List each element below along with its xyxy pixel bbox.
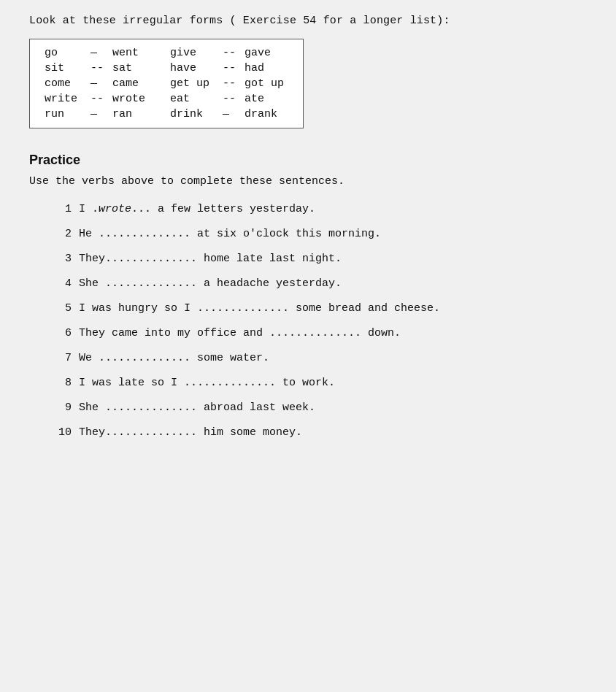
verb-base: come <box>42 76 85 91</box>
verb-past: sat <box>109 61 153 76</box>
exercise-number: 3 <box>51 253 72 265</box>
list-item: 9She .............. abroad last week. <box>51 399 587 417</box>
practice-instruction: Use the verbs above to complete these se… <box>29 175 587 188</box>
list-item: 7We .............. some water. <box>51 350 587 367</box>
verb-past2: got up <box>242 76 291 91</box>
exercise-text: She .............. abroad last week. <box>79 399 587 417</box>
exercise-number: 2 <box>51 228 72 240</box>
dash: — <box>85 76 109 91</box>
table-row: write -- wrote eat -- ate <box>42 91 291 107</box>
exercise-text: I was hungry so I .............. some br… <box>79 300 587 318</box>
exercise-number: 4 <box>51 277 72 290</box>
dash: — <box>85 45 109 61</box>
verb-base: sit <box>42 61 85 76</box>
verb-past: went <box>109 45 153 61</box>
verb-base2: eat <box>153 91 217 107</box>
verb-base: run <box>42 107 85 122</box>
exercise-number: 8 <box>51 377 72 389</box>
exercise-number: 1 <box>51 203 72 215</box>
verb-base: go <box>42 45 85 61</box>
dash2: -- <box>217 61 242 76</box>
exercise-text: They came into my office and ...........… <box>79 325 587 342</box>
exercise-number: 6 <box>51 327 72 339</box>
dash: — <box>85 107 109 122</box>
dash: -- <box>85 91 109 107</box>
table-row: come — came get up -- got up <box>42 76 291 91</box>
exercise-text: We .............. some water. <box>79 350 587 367</box>
verb-past: wrote <box>109 91 153 107</box>
verb-base: write <box>42 91 85 107</box>
practice-section: Practice Use the verbs above to complete… <box>29 153 587 442</box>
exercise-number: 7 <box>51 352 72 364</box>
list-item: 6They came into my office and ..........… <box>51 325 587 342</box>
dash2: -- <box>217 91 242 107</box>
list-item: 4She .............. a headache yesterday… <box>51 275 587 293</box>
verb-past2: had <box>242 61 291 76</box>
intro-text: Look at these irregular forms ( Exercise… <box>29 15 587 27</box>
verb-base2: get up <box>153 76 217 91</box>
exercise-text: I was late so I .............. to work. <box>79 374 587 392</box>
table-row: run — ran drink — drank <box>42 107 291 122</box>
list-item: 5I was hungry so I .............. some b… <box>51 300 587 318</box>
list-item: 8I was late so I .............. to work. <box>51 374 587 392</box>
exercise-number: 10 <box>51 426 72 439</box>
exercise-text: She .............. a headache yesterday. <box>79 275 587 293</box>
exercise-text: He .............. at six o'clock this mo… <box>79 226 587 243</box>
verb-past2: gave <box>242 45 291 61</box>
dash2: — <box>217 107 242 122</box>
example-answer: wrote <box>99 203 131 215</box>
practice-heading: Practice <box>29 153 587 168</box>
verb-past2: drank <box>242 107 291 122</box>
table-row: go — went give -- gave <box>42 45 291 61</box>
list-item: 10They.............. him some money. <box>51 424 587 442</box>
verb-base2: give <box>153 45 217 61</box>
verb-table: go — went give -- gave sit -- sat have -… <box>29 39 304 128</box>
dash2: -- <box>217 76 242 91</box>
verb-base2: have <box>153 61 217 76</box>
list-item: 2He .............. at six o'clock this m… <box>51 226 587 243</box>
verb-past: ran <box>109 107 153 122</box>
exercise-text: I .wrote... a few letters yesterday. <box>79 201 587 218</box>
dash: -- <box>85 61 109 76</box>
verb-base2: drink <box>153 107 217 122</box>
exercises-list: 1I .wrote... a few letters yesterday.2He… <box>51 201 587 442</box>
exercise-number: 9 <box>51 401 72 414</box>
exercise-number: 5 <box>51 302 72 315</box>
list-item: 1I .wrote... a few letters yesterday. <box>51 201 587 218</box>
dash2: -- <box>217 45 242 61</box>
verb-past2: ate <box>242 91 291 107</box>
table-row: sit -- sat have -- had <box>42 61 291 76</box>
exercise-text: They.............. him some money. <box>79 424 587 442</box>
exercise-text: They.............. home late last night. <box>79 250 587 268</box>
verb-past: came <box>109 76 153 91</box>
list-item: 3They.............. home late last night… <box>51 250 587 268</box>
